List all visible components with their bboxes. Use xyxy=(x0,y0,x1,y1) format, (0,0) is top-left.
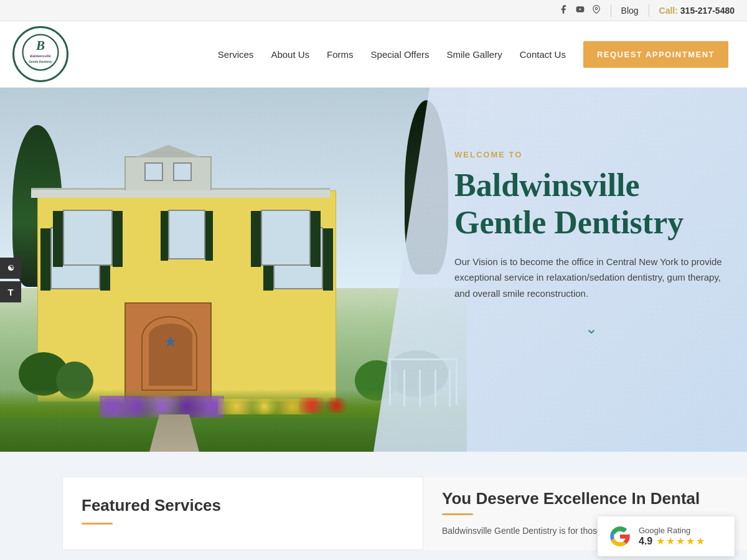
nav-services[interactable]: Services xyxy=(218,49,254,60)
text-size-toggle-button[interactable]: T xyxy=(0,281,21,302)
nav-about[interactable]: About Us xyxy=(271,49,309,60)
excellence-underline xyxy=(442,513,473,515)
svg-text:B: B xyxy=(35,38,45,53)
nav-contact[interactable]: Contact Us xyxy=(520,49,566,60)
shutter-right-2 xyxy=(323,228,333,291)
shutter-right-3 xyxy=(113,211,123,267)
red-flowers xyxy=(299,398,361,413)
svg-text:Baldwinsville: Baldwinsville xyxy=(30,54,50,57)
shutter-left-3 xyxy=(53,211,63,267)
featured-services-underline xyxy=(82,523,113,525)
logo[interactable]: B Baldwinsville Gentle Dentistry xyxy=(12,26,68,82)
shutter-left-4 xyxy=(251,211,261,267)
request-appointment-button[interactable]: REQUEST APPOINTMENT xyxy=(583,41,728,68)
cupola-window-2 xyxy=(173,162,192,181)
top-bar-divider-2 xyxy=(649,4,649,17)
featured-services-title: Featured Services xyxy=(82,496,404,515)
purple-flowers xyxy=(100,396,224,418)
nav-special-offers[interactable]: Special Offers xyxy=(371,49,430,60)
shutter-right-5 xyxy=(205,211,213,261)
star-2: ★ xyxy=(666,535,675,547)
featured-services-box: Featured Services xyxy=(62,477,423,550)
window-sf-left xyxy=(63,210,113,266)
star-3: ★ xyxy=(676,535,685,547)
shutter-left xyxy=(40,228,50,291)
cupola xyxy=(125,156,212,190)
yellow-flowers xyxy=(218,399,311,414)
accessibility-bar: ☯ T xyxy=(0,258,21,302)
nav-forms[interactable]: Forms xyxy=(327,49,354,60)
google-logo xyxy=(609,525,631,548)
social-icons xyxy=(558,4,601,17)
contrast-toggle-button[interactable]: ☯ xyxy=(0,258,21,279)
phone-link[interactable]: 315-217-5480 xyxy=(680,6,735,16)
top-bar-divider xyxy=(611,4,611,17)
google-rating-row: 4.9 ★ ★ ★ ★ ★ xyxy=(639,535,705,547)
nav-smile-gallery[interactable]: Smile Gallery xyxy=(447,49,502,60)
svg-text:Gentle Dentistry: Gentle Dentistry xyxy=(29,60,52,63)
hero-description: Our Vision is to become the office in Ce… xyxy=(454,254,728,302)
hero-section: ★ xyxy=(0,88,747,452)
shutter-right-4 xyxy=(311,211,321,267)
blog-link[interactable]: Blog xyxy=(621,6,639,16)
chevron-down-icon[interactable]: ⌄ xyxy=(585,320,598,337)
shutter-left-5 xyxy=(161,211,168,261)
hero-title: Baldwinsville Gentle Dentistry xyxy=(454,167,728,241)
star-half: ★ xyxy=(696,535,705,547)
bottom-section: Featured Services You Deserve Excellence… xyxy=(0,452,747,560)
porch: ★ xyxy=(125,302,212,402)
cupola-window xyxy=(144,162,163,181)
google-rating-label: Google Rating xyxy=(639,526,705,535)
hero-welcome-text: WELCOME TO xyxy=(454,150,728,159)
door-arch: ★ xyxy=(141,316,197,391)
star-rating: ★ ★ ★ ★ ★ xyxy=(656,535,705,547)
youtube-icon[interactable] xyxy=(575,5,586,16)
star-1: ★ xyxy=(656,535,665,547)
main-nav: Services About Us Forms Special Offers S… xyxy=(218,41,728,68)
location-icon[interactable] xyxy=(592,4,601,17)
star-4: ★ xyxy=(686,535,695,547)
google-rating-widget: Google Rating 4.9 ★ ★ ★ ★ ★ xyxy=(598,516,735,556)
header: B Baldwinsville Gentle Dentistry Service… xyxy=(0,21,747,88)
svg-point-1 xyxy=(595,7,598,9)
phone-number: Call: 315-217-5480 xyxy=(659,6,735,16)
google-rating-score: 4.9 xyxy=(639,536,652,547)
hero-content: WELCOME TO Baldwinsville Gentle Dentistr… xyxy=(454,150,728,337)
google-rating-info: Google Rating 4.9 ★ ★ ★ ★ ★ xyxy=(639,526,705,547)
hero-chevron-down[interactable]: ⌄ xyxy=(454,320,728,337)
window-center-top xyxy=(168,210,205,259)
logo-circle: B Baldwinsville Gentle Dentistry xyxy=(12,26,68,82)
top-bar: Blog Call: 315-217-5480 xyxy=(0,0,747,21)
door-inner: ★ xyxy=(149,324,192,386)
window-sf-right xyxy=(261,210,311,266)
logo-letter: B Baldwinsville Gentle Dentistry xyxy=(22,34,59,75)
facebook-icon[interactable] xyxy=(558,4,568,16)
logo-inner: B Baldwinsville Gentle Dentistry xyxy=(22,34,59,75)
excellence-title: You Deserve Excellence In Dental xyxy=(442,489,728,508)
